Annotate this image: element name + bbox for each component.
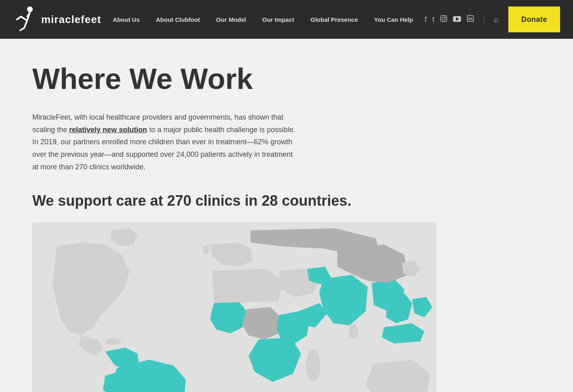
main-content: Where We Work MiracleFeet, with local he… [0,39,573,392]
site-header: miraclefeet About Us About Clubfoot Our … [0,0,573,39]
svg-point-9 [445,16,446,17]
intro-description: MiracleFeet, with local healthcare provi… [32,111,299,173]
svg-point-20 [353,291,366,303]
header-divider [484,14,484,25]
svg-line-4 [24,21,27,28]
main-nav: About Us About Clubfoot Our Model Our Im… [105,0,421,39]
svg-point-17 [105,338,121,345]
svg-point-18 [306,350,320,382]
facebook-icon[interactable]: f [425,15,427,24]
page-title: Where We Work [32,63,541,95]
nav-our-model[interactable]: Our Model [208,0,254,39]
svg-line-3 [17,17,21,19]
twitter-icon[interactable]: t [432,15,434,24]
header-right: f t ⌕ Donate [425,6,560,32]
svg-line-5 [20,28,24,30]
world-map-container: NATIONAL PROGRAMS OTHER SUPPORT [32,222,436,392]
nav-you-can-help[interactable]: You Can Help [366,0,421,39]
youtube-icon[interactable] [453,15,461,24]
svg-point-8 [442,17,445,20]
search-icon[interactable]: ⌕ [494,15,499,24]
svg-line-2 [21,17,27,21]
svg-point-19 [349,324,358,339]
svg-rect-7 [440,15,447,21]
nav-our-impact[interactable]: Our Impact [254,0,302,39]
logo-text: miraclefeet [41,13,101,26]
instagram-icon[interactable] [440,15,447,24]
logo-icon [13,5,37,34]
nav-about-us[interactable]: About Us [105,0,148,39]
donate-button[interactable]: Donate [508,6,560,32]
clinics-heading: We support care at 270 clinics in 28 cou… [32,192,396,209]
nav-about-clubfoot[interactable]: About Clubfoot [148,0,208,39]
logo-link[interactable]: miraclefeet [13,5,101,34]
linkedin-icon[interactable] [467,15,474,24]
nav-global-presence[interactable]: Global Presence [302,0,366,39]
world-map [32,222,436,392]
solution-link[interactable]: relatively new solution [69,126,147,134]
svg-point-0 [27,6,33,12]
social-icons: f t [425,15,474,24]
